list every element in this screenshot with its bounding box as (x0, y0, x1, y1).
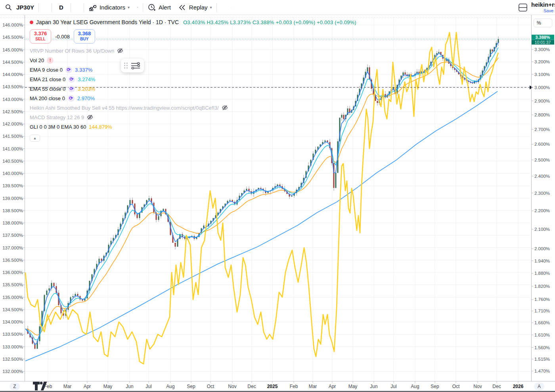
timezone-button[interactable]: Z (10, 382, 20, 390)
svg-text:3.200%: 3.200% (534, 59, 550, 64)
svg-text:1.760%: 1.760% (534, 297, 550, 302)
error-badge-icon[interactable]: ! (47, 57, 54, 64)
indicator-label: EMA 21 close 0 (30, 76, 65, 82)
alert-button[interactable]: Alert (144, 2, 174, 13)
svg-text:Apr: Apr (84, 384, 91, 389)
svg-text:1.610%: 1.610% (534, 333, 550, 337)
svg-text:133.500%: 133.500% (2, 332, 23, 337)
sell-label: SELL (30, 37, 51, 42)
symbol-button[interactable]: JP30Y (13, 2, 38, 13)
replay-rewind-icon (178, 3, 187, 12)
indicator-value: 144.879% (89, 124, 112, 130)
undo-icon[interactable] (218, 3, 227, 12)
svg-text:1.515%: 1.515% (534, 357, 550, 362)
chart-type-candles-icon[interactable] (72, 3, 83, 12)
chart-pane[interactable]: 146.000%145.500%145.000%144.500%144.000%… (0, 15, 555, 392)
indicator-label: MACD Strategy 12 26 9 (30, 114, 84, 120)
svg-text:1.470%: 1.470% (534, 369, 550, 373)
buy-button[interactable]: 3.368 BUY (74, 29, 95, 44)
search-icon[interactable] (4, 3, 13, 12)
indicator-row[interactable]: MA 200 close 0⟳2.970% (30, 93, 356, 103)
svg-text:1.820%: 1.820% (534, 284, 550, 289)
svg-text:3.300%: 3.300% (534, 47, 550, 52)
indicator-label: Vol 20 (30, 57, 44, 63)
indicator-row[interactable]: Heikin Ashi Smoothed Buy Sell v4 55 http… (30, 103, 356, 112)
compare-add-icon[interactable] (40, 3, 51, 12)
svg-text:132.000%: 132.000% (2, 369, 23, 374)
svg-text:2.500%: 2.500% (534, 158, 550, 162)
price-scale-mode-button[interactable]: % (534, 19, 552, 27)
indicator-legend: VRVP Number Of Rows 36 Up/DownVol 20!EMA… (30, 46, 356, 131)
save-button[interactable]: Save (544, 8, 553, 13)
indicators-button[interactable]: Indicators ▾ (85, 2, 133, 13)
svg-text:132.500%: 132.500% (2, 357, 23, 362)
settings-sliders-icon[interactable] (130, 61, 141, 70)
svg-text:141.500%: 141.500% (2, 134, 23, 139)
spread-value: -0.008 (55, 34, 70, 40)
layout-panel-icon[interactable] (519, 3, 527, 12)
svg-text:Dec: Dec (247, 384, 256, 389)
svg-text:2.400%: 2.400% (534, 174, 550, 179)
svg-text:137.500%: 137.500% (2, 233, 23, 238)
interval-button[interactable]: D (53, 2, 70, 13)
indicator-label: MA 200 close 0 (30, 95, 65, 101)
svg-text:May: May (103, 384, 113, 389)
replay-button[interactable]: Replay ▾ (174, 2, 216, 13)
indicator-row[interactable]: VRVP Number Of Rows 36 Up/Down (30, 46, 356, 55)
username-label[interactable]: heikin+rst (531, 2, 555, 8)
indicator-value: 2.970% (77, 95, 95, 101)
collapse-legend-button[interactable]: ▲ (30, 135, 40, 142)
auto-scale-button[interactable]: A (534, 382, 544, 390)
redo-icon[interactable] (227, 3, 236, 12)
svg-text:2.900%: 2.900% (534, 99, 550, 103)
indicator-row[interactable]: GLI 0 0 3M 0 EMA 30 60144.879% (30, 122, 356, 131)
indicator-label: EMA 55 close 0 (30, 86, 65, 92)
svg-text:139.000%: 139.000% (2, 196, 23, 201)
chevron-down-icon[interactable]: ▾ (210, 5, 212, 10)
svg-text:Mar: Mar (63, 384, 72, 389)
svg-text:139.500%: 139.500% (2, 183, 23, 188)
svg-text:146.000%: 146.000% (2, 23, 23, 27)
svg-text:144.000%: 144.000% (2, 72, 23, 77)
sell-button[interactable]: 3.376 SELL (30, 29, 51, 44)
indicators-label: Indicators (100, 4, 125, 11)
svg-text:136.500%: 136.500% (2, 258, 23, 263)
indicator-label: VRVP Number Of Rows 36 Up/Down (30, 48, 114, 54)
svg-text:Nov: Nov (473, 384, 482, 389)
data-source-dot-icon (30, 21, 33, 24)
indicator-hover-toolbar[interactable] (121, 59, 144, 72)
auto-refresh-icon[interactable]: ⟳ (68, 86, 75, 92)
auto-refresh-icon[interactable]: ⟳ (65, 67, 72, 73)
symbol-title[interactable]: Japan 30 Year LSEG Government Bonds Yiel… (36, 19, 179, 25)
svg-text:Sep: Sep (431, 384, 439, 389)
drag-handle-icon[interactable] (124, 63, 128, 69)
svg-text:Jul: Jul (145, 384, 151, 389)
alert-clock-icon (147, 3, 156, 12)
eye-off-icon[interactable] (87, 114, 93, 120)
eye-off-icon[interactable] (222, 105, 228, 111)
svg-text:Jul: Jul (390, 384, 396, 389)
chevron-down-icon[interactable]: ▾ (128, 5, 130, 10)
divider (143, 3, 143, 12)
indicator-row[interactable]: EMA 9 close 0⟳3.337% (30, 65, 356, 74)
eye-off-icon[interactable] (117, 48, 123, 54)
indicator-label: Heikin Ashi Smoothed Buy Sell v4 55 http… (30, 105, 219, 111)
indicator-row[interactable]: EMA 21 close 0⟳3.274% (30, 74, 356, 84)
svg-text:140.500%: 140.500% (2, 159, 23, 164)
auto-refresh-icon[interactable]: ⟳ (68, 76, 75, 83)
svg-text:2.300%: 2.300% (534, 191, 550, 196)
indicator-row[interactable]: MACD Strategy 12 26 9 (30, 112, 356, 122)
indicator-row[interactable]: EMA 55 close 0⟳3.203% (30, 84, 356, 93)
svg-text:Feb: Feb (290, 384, 298, 389)
templates-grid-icon[interactable] (133, 3, 142, 12)
svg-text:1.710%: 1.710% (534, 308, 550, 313)
svg-text:Nov: Nov (228, 384, 236, 389)
auto-refresh-icon[interactable]: ⟳ (68, 95, 75, 102)
svg-text:May: May (348, 384, 358, 389)
svg-text:134.500%: 134.500% (2, 307, 23, 312)
svg-text:10:01:37: 10:01:37 (535, 40, 551, 45)
indicator-row[interactable]: Vol 20! (30, 55, 356, 65)
indicators-icon (88, 3, 97, 12)
svg-text:Aug: Aug (411, 384, 419, 389)
svg-text:Mar: Mar (309, 384, 317, 389)
